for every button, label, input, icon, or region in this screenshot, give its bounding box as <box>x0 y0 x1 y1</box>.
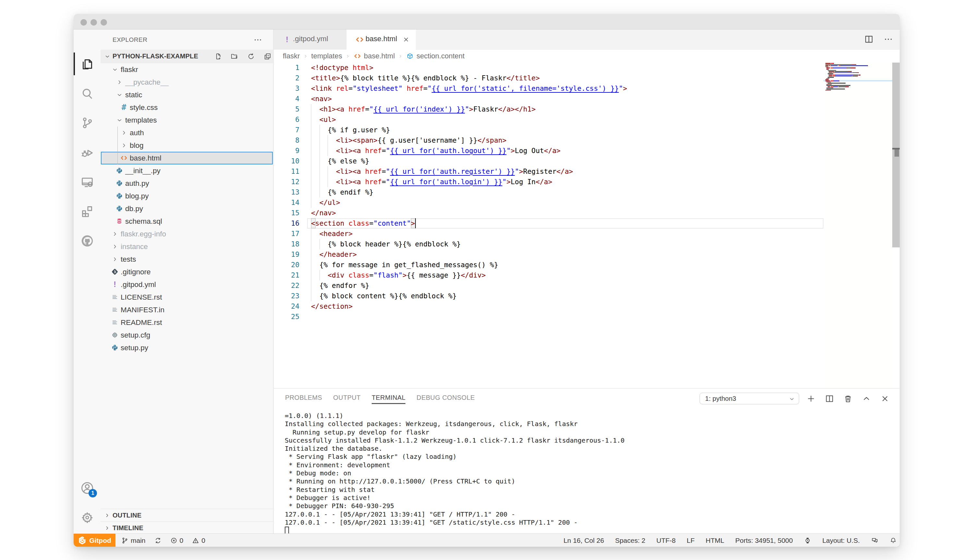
activity-source-control-icon[interactable] <box>73 108 100 137</box>
traffic-light-minimize-icon[interactable] <box>90 19 97 26</box>
tree-item-manifest-in[interactable]: MANIFEST.in <box>100 303 273 316</box>
activity-github-icon[interactable] <box>73 226 100 255</box>
code-line-22: 22 {% endfor %} <box>274 280 823 291</box>
traffic-light-zoom-icon[interactable] <box>100 19 107 26</box>
status-git-branch[interactable]: main <box>121 537 146 545</box>
code-text: <li><a href="{{ url_for('auth.register')… <box>311 167 573 177</box>
code-line-23: 23 {% block content %}{% endblock %} <box>274 291 823 301</box>
breadcrumb-item[interactable]: templates <box>312 52 342 60</box>
tab-base-html[interactable]: base.html <box>347 30 416 50</box>
gitpod-badge[interactable]: Gitpod <box>73 534 115 547</box>
activity-files-icon[interactable] <box>73 49 100 78</box>
tab-gitpod-yml[interactable]: ! .gitpod.yml <box>274 30 347 50</box>
traffic-light-close-icon[interactable] <box>80 19 87 26</box>
status-feedback[interactable] <box>871 537 878 544</box>
split-editor-icon[interactable] <box>864 34 874 45</box>
breadcrumb-separator-icon <box>303 54 308 59</box>
collapse-all-icon[interactable] <box>263 52 272 61</box>
new-file-icon[interactable] <box>213 52 222 61</box>
minimap[interactable] <box>823 63 892 388</box>
status-warning[interactable]: 0 <box>192 537 205 545</box>
status-layout[interactable]: Layout: U.S. <box>822 537 860 545</box>
timeline-section[interactable]: TIMELINE <box>100 522 273 534</box>
tree-item-readme-rst[interactable]: README.rst <box>100 316 273 329</box>
project-section-header[interactable]: PYTHON-FLASK-EXAMPLE <box>100 50 273 63</box>
tree-item-flaskr[interactable]: flaskr <box>100 63 273 76</box>
status-ln-16-col-26[interactable]: Ln 16, Col 26 <box>563 537 604 545</box>
line-number: 11 <box>274 167 299 177</box>
outline-section[interactable]: OUTLINE <box>100 509 273 522</box>
python-file-icon <box>111 344 119 352</box>
tree-item-auth[interactable]: auth <box>100 127 273 139</box>
split-terminal-icon[interactable] <box>825 393 835 404</box>
tree-item-static[interactable]: static <box>100 88 273 101</box>
close-panel-icon[interactable] <box>880 393 890 404</box>
activity-remote-explorer-icon[interactable] <box>73 167 100 197</box>
activity-extensions-icon[interactable] <box>73 197 100 226</box>
terminal-output[interactable]: =1.0.0) (1.1.1)Installing collected pack… <box>285 412 888 536</box>
new-folder-icon[interactable] <box>230 52 239 61</box>
status-bell[interactable] <box>889 537 897 544</box>
status-error[interactable]: 0 <box>170 537 183 545</box>
editor-more-actions-icon[interactable] <box>883 34 893 45</box>
status-html[interactable]: HTML <box>706 537 724 545</box>
tree-item-flaskr-egg-info[interactable]: flaskr.egg-info <box>100 228 273 240</box>
code-text: <div class="flash">{{ message }}</div> <box>311 270 486 280</box>
tree-item-db-py[interactable]: db.py <box>100 202 273 215</box>
line-number: 17 <box>274 228 299 239</box>
panel-tab-output[interactable]: OUTPUT <box>333 390 361 406</box>
status-utf-8[interactable]: UTF-8 <box>656 537 676 545</box>
tree-item-auth-py[interactable]: auth.py <box>100 177 273 190</box>
tree-item--pycache-[interactable]: __pycache__ <box>100 76 273 88</box>
status-watch[interactable] <box>804 537 811 544</box>
minimap-line <box>823 75 892 75</box>
activity-account-icon[interactable]: 1 <box>73 473 100 503</box>
tree-item-schema-sql[interactable]: schema.sql <box>100 215 273 228</box>
status-lf[interactable]: LF <box>686 537 695 545</box>
panel-tab-problems[interactable]: PROBLEMS <box>285 390 322 406</box>
terminal-picker[interactable]: 1: python3 <box>700 393 799 404</box>
breadcrumb-item[interactable]: base.html <box>364 52 395 60</box>
activity-settings-gear-icon[interactable] <box>73 503 100 532</box>
chevron-down-icon <box>789 396 795 402</box>
status-sync[interactable] <box>154 537 162 544</box>
tree-item-license-rst[interactable]: LICENSE.rst <box>100 291 273 303</box>
tree-item-blog-py[interactable]: blog.py <box>100 190 273 202</box>
explorer-sidebar: EXPLORER PYTHON-FLASK-EXAMPLE flaskr__py… <box>100 30 273 533</box>
code-editor[interactable]: 1<!doctype html>2<title>{% block title %… <box>274 63 823 388</box>
tree-item-templates[interactable]: templates <box>100 114 273 127</box>
tree-item-base-html[interactable]: base.html <box>100 152 273 164</box>
breadcrumb-item[interactable]: section.content <box>417 52 465 60</box>
status-spaces[interactable]: Spaces: 2 <box>615 537 645 545</box>
refresh-icon[interactable] <box>247 52 255 61</box>
chevron-right-icon <box>112 256 118 263</box>
breadcrumb-separator-icon <box>398 54 403 59</box>
tree-item-instance[interactable]: instance <box>100 240 273 253</box>
git-file-icon <box>111 268 119 276</box>
tree-item-tests[interactable]: tests <box>100 253 273 265</box>
new-terminal-icon[interactable] <box>806 393 816 404</box>
panel-tab-terminal[interactable]: TERMINAL <box>372 390 405 406</box>
kill-terminal-icon[interactable] <box>843 393 853 404</box>
tree-item-setup-py[interactable]: setup.py <box>100 342 273 354</box>
tree-item--gitpod-yml[interactable]: !.gitpod.yml <box>100 278 273 291</box>
close-icon[interactable] <box>402 36 410 43</box>
activity-run-debug-icon[interactable] <box>73 138 100 167</box>
tree-item-label: .gitignore <box>121 268 151 276</box>
tree-item-style-css[interactable]: #style.css <box>100 101 273 114</box>
window-titlebar[interactable] <box>73 14 900 30</box>
maximize-panel-icon[interactable] <box>861 393 871 404</box>
tree-item-setup-cfg[interactable]: setup.cfg <box>100 329 273 342</box>
tree-item--gitignore[interactable]: .gitignore <box>100 265 273 278</box>
status-ports[interactable]: Ports: 34951, 5000 <box>735 537 793 545</box>
editor-scrollbar[interactable] <box>892 63 900 388</box>
views-more-actions-icon[interactable] <box>253 35 263 45</box>
tree-item-blog[interactable]: blog <box>100 139 273 152</box>
panel-tab-debug-console[interactable]: DEBUG CONSOLE <box>417 390 475 406</box>
tree-item-label: setup.cfg <box>121 331 150 340</box>
breadcrumb-item[interactable]: flaskr <box>283 52 300 60</box>
activity-search-icon[interactable] <box>73 79 100 108</box>
panel-tabs: PROBLEMSOUTPUTTERMINALDEBUG CONSOLE <box>285 388 475 407</box>
yaml-file-icon: ! <box>283 35 292 44</box>
tree-item--init-py[interactable]: __init__.py <box>100 164 273 177</box>
